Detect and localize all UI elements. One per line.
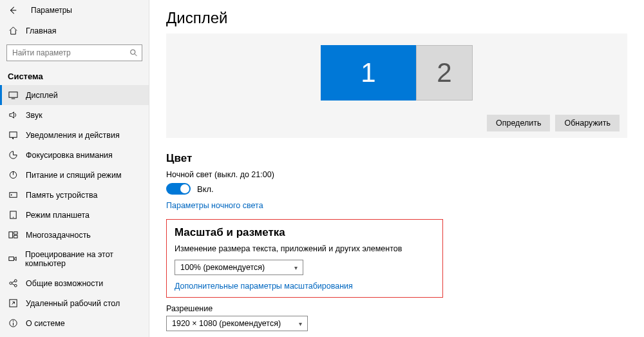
- svg-point-0: [131, 50, 135, 54]
- sidebar-item-label: Звук: [26, 111, 43, 120]
- monitor-1[interactable]: 1: [321, 45, 416, 101]
- sidebar-item-label: Удаленный рабочий стол: [26, 299, 120, 308]
- sound-icon: [8, 110, 18, 120]
- nightlight-toggle[interactable]: [166, 183, 191, 195]
- sidebar-item-sound[interactable]: Звук: [0, 105, 149, 125]
- sidebar-item-label: Питание и спящий режим: [26, 171, 121, 180]
- app-title: Параметры: [31, 6, 72, 15]
- detect-button[interactable]: Обнаружить: [555, 115, 620, 131]
- svg-point-15: [9, 282, 12, 285]
- sidebar-item-power[interactable]: Питание и спящий режим: [0, 165, 149, 185]
- nightlight-settings-link[interactable]: Параметры ночного света: [166, 201, 263, 210]
- home-label: Главная: [26, 26, 57, 35]
- toggle-state-label: Вкл.: [197, 184, 214, 194]
- svg-rect-12: [14, 232, 17, 235]
- focus-icon: [8, 150, 18, 160]
- svg-rect-2: [8, 92, 17, 97]
- scale-section: Масштаб и разметка Изменение размера тек…: [166, 219, 443, 298]
- about-icon: [8, 318, 18, 328]
- resolution-label: Разрешение: [166, 304, 627, 313]
- sidebar-item-display[interactable]: Дисплей: [0, 85, 149, 105]
- svg-rect-14: [9, 256, 14, 260]
- sidebar-nav: Дисплей Звук Уведомления и действия Фоку…: [0, 85, 149, 337]
- shared-icon: [8, 278, 18, 288]
- svg-line-1: [135, 54, 137, 56]
- sidebar-item-shared[interactable]: Общие возможности: [0, 273, 149, 293]
- monitor-2[interactable]: 2: [416, 45, 473, 101]
- scale-desc: Изменение размера текста, приложений и д…: [175, 244, 435, 253]
- svg-rect-13: [14, 235, 17, 238]
- scale-select[interactable]: 100% (рекомендуется) ▾: [175, 260, 303, 275]
- back-button[interactable]: [8, 5, 18, 15]
- advanced-scale-link[interactable]: Дополнительные параметры масштабирования: [175, 282, 353, 291]
- sidebar-item-label: Уведомления и действия: [26, 131, 120, 140]
- storage-icon: [8, 190, 18, 200]
- page-title: Дисплей: [166, 9, 627, 27]
- project-icon: [8, 255, 17, 264]
- svg-line-19: [12, 284, 14, 285]
- sidebar-item-project[interactable]: Проецирование на этот компьютер: [0, 245, 149, 273]
- sidebar-item-label: О системе: [26, 319, 65, 328]
- notifications-icon: [8, 130, 18, 140]
- sidebar-item-label: Память устройства: [26, 191, 97, 200]
- sidebar-item-focus[interactable]: Фокусировка внимания: [0, 145, 149, 165]
- main-content: Дисплей 1 2 Определить Обнаружить Цвет Н…: [149, 0, 644, 337]
- svg-point-8: [10, 195, 12, 196]
- sidebar: Параметры Главная Система Дисплей Звук: [0, 0, 149, 337]
- section-label: Система: [0, 68, 149, 85]
- svg-point-17: [14, 284, 17, 287]
- sidebar-item-label: Общие возможности: [26, 279, 103, 288]
- search-box[interactable]: [6, 44, 142, 61]
- svg-point-16: [14, 280, 17, 282]
- home-icon: [8, 26, 18, 35]
- display-icon: [8, 90, 18, 100]
- titlebar: Параметры: [0, 0, 149, 21]
- resolution-select-value: 1920 × 1080 (рекомендуется): [172, 319, 281, 328]
- svg-line-18: [12, 282, 14, 283]
- sidebar-item-label: Многозадачность: [26, 231, 91, 240]
- sidebar-home[interactable]: Главная: [0, 21, 149, 41]
- sidebar-item-tablet[interactable]: Режим планшета: [0, 205, 149, 225]
- sidebar-item-storage[interactable]: Память устройства: [0, 185, 149, 205]
- svg-rect-7: [9, 193, 16, 198]
- multitask-icon: [8, 230, 18, 240]
- color-heading: Цвет: [166, 152, 627, 165]
- resolution-select[interactable]: 1920 × 1080 (рекомендуется) ▾: [166, 316, 308, 331]
- power-icon: [8, 170, 18, 180]
- sidebar-item-label: Дисплей: [26, 91, 58, 100]
- sidebar-item-label: Проецирование на этот компьютер: [25, 250, 141, 268]
- monitor-arrangement[interactable]: 1 2: [174, 43, 620, 110]
- sidebar-item-notifications[interactable]: Уведомления и действия: [0, 125, 149, 145]
- sidebar-item-label: Фокусировка внимания: [26, 151, 113, 160]
- scale-heading: Масштаб и разметка: [175, 226, 435, 239]
- sidebar-item-about[interactable]: О системе: [0, 313, 149, 333]
- search-icon: [129, 49, 138, 57]
- search-input[interactable]: [7, 45, 142, 61]
- nightlight-status: Ночной свет (выкл. до 21:00): [166, 170, 627, 179]
- svg-point-23: [12, 320, 14, 322]
- remote-icon: [8, 298, 18, 308]
- chevron-down-icon: ▾: [299, 320, 302, 327]
- sidebar-item-label: Режим планшета: [26, 211, 90, 220]
- tablet-icon: [8, 210, 18, 220]
- identify-button[interactable]: Определить: [487, 115, 550, 131]
- sidebar-item-remote[interactable]: Удаленный рабочий стол: [0, 293, 149, 313]
- svg-rect-11: [8, 232, 12, 238]
- sidebar-item-multitask[interactable]: Многозадачность: [0, 225, 149, 245]
- monitor-panel: 1 2 Определить Обнаружить: [166, 34, 627, 138]
- svg-point-10: [12, 217, 13, 218]
- chevron-down-icon: ▾: [294, 264, 298, 271]
- scale-select-value: 100% (рекомендуется): [180, 263, 265, 272]
- svg-rect-4: [9, 132, 16, 137]
